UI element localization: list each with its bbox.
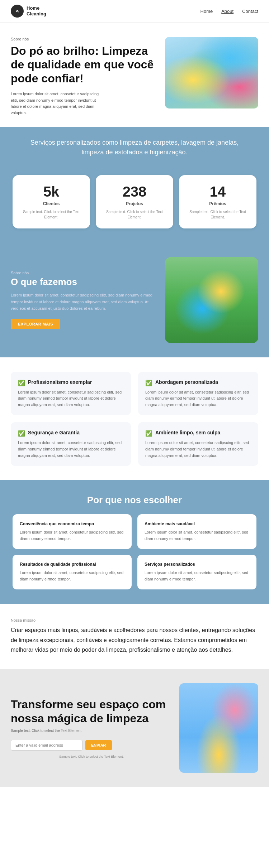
feature-title-1: Profissionalismo exemplar	[28, 379, 92, 385]
nav-contact[interactable]: Contact	[242, 9, 258, 14]
feature-card-security: ✅ Segurança e Garantia Lorem ipsum dolor…	[11, 422, 131, 466]
email-input[interactable]	[11, 740, 82, 751]
stat-desc-awards: Sample text. Click to select the Text El…	[186, 209, 249, 220]
services-banner-text: Serviços personalizados como limpeza de …	[22, 138, 247, 157]
stat-number-projects: 238	[103, 184, 166, 200]
stat-label-projects: Projetos	[103, 201, 166, 206]
nav-links: Home About Contact	[200, 9, 258, 14]
nav-about[interactable]: About	[221, 9, 233, 14]
about-description: Lorem ipsum dolor sit amet, consetetur s…	[11, 292, 154, 312]
hero-image	[165, 37, 258, 108]
stat-number-awards: 14	[186, 184, 249, 200]
features-grid: ✅ Profissionalismo exemplar Lorem ipsum …	[11, 372, 258, 466]
feature-desc-4: Lorem ipsum dolor sit amet, consetetur s…	[145, 440, 251, 459]
why-card-title-4: Serviços personalizados	[145, 562, 249, 567]
feature-header-1: ✅ Profissionalismo exemplar	[18, 379, 124, 386]
hero-text: Sobre nós Do pó ao brilho: Limpeza de qu…	[11, 37, 158, 116]
feature-title-3: Segurança e Garantia	[28, 429, 80, 436]
nav-home[interactable]: Home	[200, 9, 213, 14]
check-icon-3: ✅	[18, 430, 25, 437]
feature-desc-3: Lorem ipsum dolor sit amet, consetetur s…	[18, 440, 124, 459]
cta-description: Sample text. Click to select the Text El…	[11, 729, 172, 733]
cta-section: Transforme seu espaço com nossa mágica d…	[0, 669, 269, 787]
feature-desc-2: Lorem ipsum dolor sit amet, consetetur s…	[145, 389, 251, 408]
why-card-desc-4: Lorem ipsum dolor sit amet, consetetur s…	[145, 570, 249, 582]
about-label: Sobre nós	[11, 271, 154, 275]
stat-desc-clients: Sample text. Click to select the Text El…	[20, 209, 83, 220]
why-section: Por que nos escolher Conveniência que ec…	[0, 480, 269, 604]
about-title: O que fazemos	[11, 276, 154, 288]
why-card-health: Ambiente mais saudável Lorem ipsum dolor…	[137, 514, 256, 549]
feature-header-2: ✅ Abordagem personalizada	[145, 379, 251, 386]
logo-icon	[11, 5, 24, 18]
cta-image	[179, 683, 258, 773]
mission-label: Nossa missão	[11, 618, 258, 622]
stats-section: 5k Clientes Sample text. Click to select…	[0, 168, 269, 243]
feature-title-2: Abordagem personalizada	[155, 379, 218, 385]
submit-button[interactable]: ENVIAR	[85, 740, 112, 750]
why-card-title-1: Conveniência que economiza tempo	[20, 521, 124, 526]
mission-section: Nossa missão Criar espaços mais limpos, …	[0, 604, 269, 669]
stat-desc-projects: Sample text. Click to select the Text El…	[103, 209, 166, 220]
hero-section-label: Sobre nós	[11, 37, 158, 41]
services-banner: Serviços personalizados como limpeza de …	[0, 127, 269, 168]
why-card-title-3: Resultados de qualidade profissional	[20, 562, 124, 567]
stat-card-awards: 14 Prêmios Sample text. Click to select …	[179, 175, 256, 228]
cta-content: Transforme seu espaço com nossa mágica d…	[11, 698, 172, 758]
feature-card-professionalism: ✅ Profissionalismo exemplar Lorem ipsum …	[11, 372, 131, 415]
logo-text: Home Cleaning	[27, 5, 46, 16]
features-section: ✅ Profissionalismo exemplar Lorem ipsum …	[0, 357, 269, 481]
stat-card-clients: 5k Clientes Sample text. Click to select…	[13, 175, 90, 228]
hero-section: Sobre nós Do pó ao brilho: Limpeza de qu…	[0, 23, 269, 127]
why-title: Por que nos escolher	[11, 495, 258, 506]
cta-title: Transforme seu espaço com nossa mágica d…	[11, 698, 172, 725]
feature-desc-1: Lorem ipsum dolor sit amet, consetetur s…	[18, 389, 124, 408]
hero-title: Do pó ao brilho: Limpeza de qualidade em…	[11, 44, 158, 85]
feature-header-4: ✅ Ambiente limpo, sem culpa	[145, 429, 251, 437]
why-card-desc-2: Lorem ipsum dolor sit amet, consetetur s…	[145, 529, 249, 542]
why-card-time: Conveniência que economiza tempo Lorem i…	[13, 514, 132, 549]
about-content: Sobre nós O que fazemos Lorem ipsum dolo…	[11, 271, 154, 329]
feature-card-personalized: ✅ Abordagem personalizada Lorem ipsum do…	[138, 372, 258, 415]
cta-footer-text: Sample text. Click to select the Text El…	[11, 755, 172, 758]
hero-description: Lorem ipsum dolor sit amet, consetetur s…	[11, 91, 104, 116]
about-section: Sobre nós O que fazemos Lorem ipsum dolo…	[0, 243, 269, 357]
stat-number-clients: 5k	[20, 184, 83, 200]
stat-label-awards: Prêmios	[186, 201, 249, 206]
feature-header-3: ✅ Segurança e Garantia	[18, 429, 124, 437]
check-icon-2: ✅	[145, 380, 152, 386]
svg-point-1	[16, 10, 18, 11]
logo: Home Cleaning	[11, 5, 46, 18]
check-icon-4: ✅	[145, 430, 152, 437]
about-image	[165, 257, 258, 343]
cta-form: ENVIAR	[11, 740, 172, 751]
why-card-title-2: Ambiente mais saudável	[145, 521, 249, 526]
navbar: Home Cleaning Home About Contact	[0, 0, 269, 23]
why-grid: Conveniência que economiza tempo Lorem i…	[13, 514, 256, 589]
why-card-desc-3: Lorem ipsum dolor sit amet, consetetur s…	[20, 570, 124, 582]
stat-label-clients: Clientes	[20, 201, 83, 206]
mission-text: Criar espaços mais limpos, saudáveis e a…	[11, 625, 258, 655]
feature-title-4: Ambiente limpo, sem culpa	[155, 429, 220, 436]
why-card-custom: Serviços personalizados Lorem ipsum dolo…	[137, 555, 256, 589]
feature-card-eco: ✅ Ambiente limpo, sem culpa Lorem ipsum …	[138, 422, 258, 466]
stats-grid: 5k Clientes Sample text. Click to select…	[13, 175, 256, 228]
why-card-desc-1: Lorem ipsum dolor sit amet, consetetur s…	[20, 529, 124, 542]
check-icon-1: ✅	[18, 380, 25, 386]
explore-button[interactable]: EXPLORAR MAIS	[11, 319, 60, 329]
stat-card-projects: 238 Projetos Sample text. Click to selec…	[96, 175, 173, 228]
why-card-quality: Resultados de qualidade profissional Lor…	[13, 555, 132, 589]
